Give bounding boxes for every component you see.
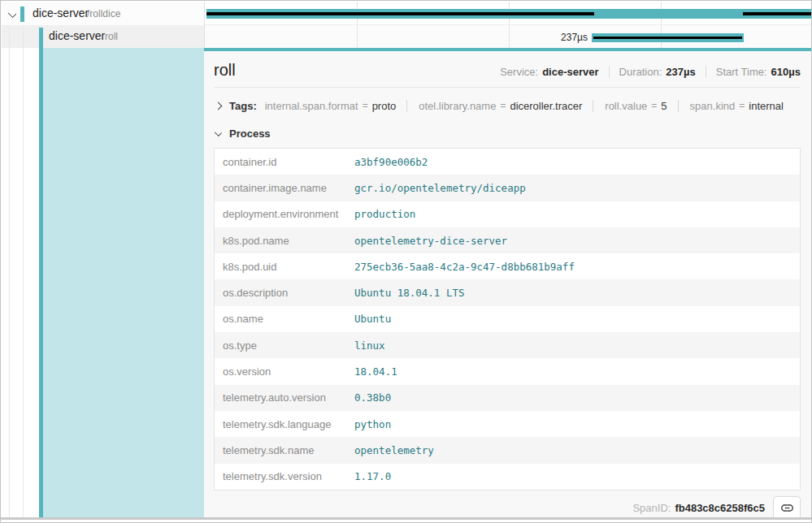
span-bar-overlay <box>743 12 811 15</box>
process-key: deployment.environment <box>215 208 354 220</box>
chevron-down-icon[interactable] <box>215 128 222 136</box>
tag-equals: = <box>500 100 506 111</box>
process-table-row: deployment.environment production <box>215 201 800 227</box>
process-key: telemetry.auto.version <box>215 391 354 404</box>
meta-value: 237µs <box>666 66 695 78</box>
process-value: Ubuntu 18.04.1 LTS <box>354 287 464 299</box>
indent-guide <box>23 25 24 517</box>
process-key: container.id <box>215 156 354 168</box>
process-key: container.image.name <box>215 182 354 194</box>
process-key: telemetry.sdk.version <box>215 470 354 482</box>
process-table-row: os.type linux <box>215 332 800 358</box>
chevron-down-icon[interactable] <box>8 10 16 18</box>
process-table-row: telemetry.auto.version 0.38b0 <box>215 385 800 411</box>
process-value: opentelemetry <box>354 444 434 456</box>
process-value: 0.38b0 <box>354 391 391 404</box>
tag-key: roll.value <box>605 100 647 112</box>
process-table-row: os.version 18.04.1 <box>215 358 800 384</box>
process-value: a3bf90e006b2 <box>354 156 428 168</box>
tree-row-rolldice[interactable]: dice-server /rolldice <box>2 2 204 25</box>
span-detail-card: roll Service: dice-server Duration: 237µ… <box>204 48 812 517</box>
process-table-row: telemetry.sdk.name opentelemetry <box>215 437 800 463</box>
process-section-header[interactable]: Process <box>214 126 801 140</box>
tag-key: span.kind <box>690 100 736 112</box>
operation-name[interactable]: /rolldice <box>87 8 120 19</box>
process-table: container.id a3bf90e006b2 container.imag… <box>214 148 801 491</box>
tag-item: roll.value = 5 <box>593 100 667 112</box>
service-name[interactable]: dice-server <box>49 29 105 42</box>
operation-name[interactable]: roll <box>105 31 118 42</box>
process-value: opentelemetry-dice-server <box>354 235 507 247</box>
bottom-border <box>1 517 812 520</box>
tag-value: internal <box>749 100 784 112</box>
header-divider <box>214 87 801 88</box>
link-icon <box>780 501 794 515</box>
process-key: os.type <box>215 339 354 352</box>
span-bar-overlay <box>206 12 594 15</box>
tag-item: span.kind = internal <box>678 100 784 112</box>
process-value: linux <box>354 339 385 352</box>
span-bar-overlay <box>593 37 742 39</box>
span-bar-rolldice[interactable] <box>206 9 811 19</box>
copy-span-link-button[interactable] <box>773 496 801 517</box>
timeline-header: 237µs <box>204 2 812 48</box>
process-key: os.name <box>215 313 354 325</box>
tag-item: internal.span.format = proto <box>265 100 397 112</box>
process-value: production <box>354 208 415 220</box>
process-key: k8s.pod.uid <box>215 261 354 273</box>
span-duration-label: 237µs <box>561 32 588 43</box>
tag-value: proto <box>372 100 397 112</box>
meta-item: Service: dice-server <box>500 66 598 78</box>
process-table-row: container.id a3bf90e006b2 <box>215 149 800 175</box>
service-name[interactable]: dice-server <box>33 6 89 19</box>
tag-value: 5 <box>661 100 667 112</box>
meta-label: Duration: <box>619 66 662 78</box>
selected-row-highlight <box>43 48 204 517</box>
indent-guide <box>9 25 10 517</box>
process-table-row: k8s.pod.name opentelemetry-dice-server <box>215 227 800 253</box>
process-table-row: k8s.pod.uid 275ecb36-5aa8-4c2a-9c47-d8bb… <box>215 253 800 279</box>
tags-list: internal.span.format = proto otel.librar… <box>265 100 784 112</box>
spanid-value: fb483c8c6258f6c5 <box>675 502 765 514</box>
span-title: roll <box>214 61 236 80</box>
process-key: telemetry.sdk.name <box>215 444 354 456</box>
process-table-row: telemetry.sdk.version 1.17.0 <box>215 464 800 490</box>
span-color-bar <box>20 6 24 22</box>
meta-label: Service: <box>500 66 538 78</box>
process-key: k8s.pod.name <box>215 235 354 247</box>
process-table-row: os.description Ubuntu 18.04.1 LTS <box>215 279 800 305</box>
tag-value: diceroller.tracer <box>510 100 582 112</box>
tag-key: otel.library.name <box>419 100 496 112</box>
meta-value: 610µs <box>771 66 801 78</box>
process-value: 275ecb36-5aa8-4c2a-9c47-d8bb681b9aff <box>354 261 575 273</box>
process-label[interactable]: Process <box>229 128 271 140</box>
tag-equals: = <box>739 100 745 111</box>
jaeger-trace-detail-view: dice-server /rolldice dice-server roll 2… <box>0 0 812 523</box>
meta-label: Start Time: <box>716 66 767 78</box>
process-value: Ubuntu <box>354 313 391 325</box>
process-table-row: container.image.name gcr.io/opentelemetr… <box>215 175 800 201</box>
process-key: telemetry.sdk.language <box>215 418 354 430</box>
tags-section[interactable]: Tags: internal.span.format = proto otel.… <box>214 96 801 115</box>
tree-row-roll[interactable]: dice-server roll <box>2 25 204 48</box>
spanid-label: SpanID: <box>632 502 671 514</box>
process-key: os.version <box>215 365 354 378</box>
process-value: python <box>354 418 391 430</box>
span-bar-roll[interactable] <box>592 33 744 42</box>
chevron-right-icon[interactable] <box>215 102 223 110</box>
detail-header: roll Service: dice-server Duration: 237µ… <box>214 61 801 80</box>
timeline-row-divider <box>205 24 812 25</box>
tags-label[interactable]: Tags: <box>229 100 257 112</box>
process-value: 18.04.1 <box>354 365 397 378</box>
tag-equals: = <box>651 100 657 111</box>
tag-key: internal.span.format <box>265 100 358 112</box>
process-table-row: telemetry.sdk.language python <box>215 411 800 437</box>
span-meta: Service: dice-server Duration: 237µs Sta… <box>500 66 801 78</box>
meta-item: Start Time: 610µs <box>706 66 801 78</box>
detail-footer: SpanID: fb483c8c6258f6c5 <box>214 496 801 517</box>
process-value: 1.17.0 <box>354 470 391 482</box>
tag-equals: = <box>363 100 368 111</box>
process-value: gcr.io/opentelemetry/diceapp <box>354 182 526 194</box>
process-table-row: os.name Ubuntu <box>215 306 800 332</box>
meta-value: dice-server <box>542 66 598 78</box>
